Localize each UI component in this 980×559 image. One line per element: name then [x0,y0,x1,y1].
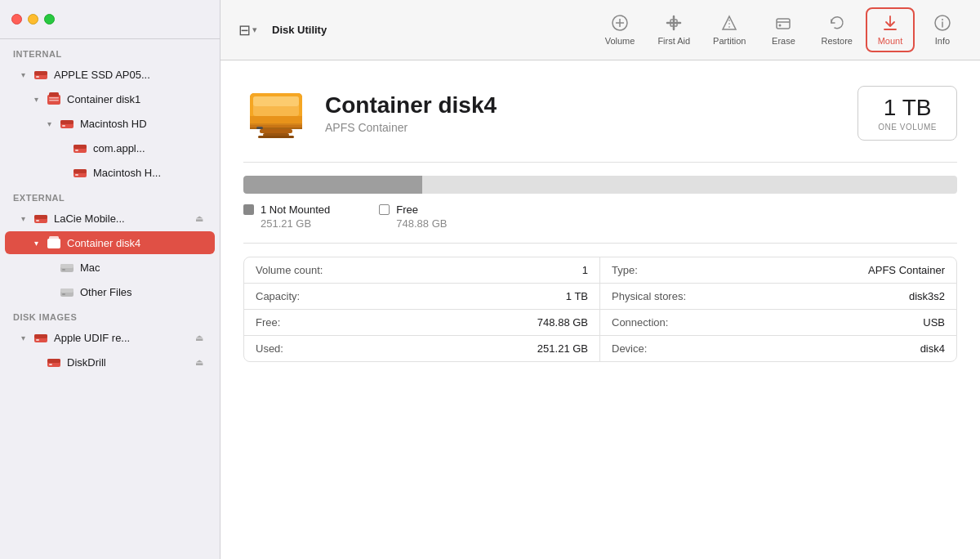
svg-rect-11 [74,145,87,149]
disk-icon [59,259,75,275]
svg-rect-5 [49,97,59,99]
volume-icon [611,14,629,34]
info-icon [933,14,951,34]
info-label: Type: [612,264,638,276]
eject-icon[interactable]: ⏏ [195,357,208,368]
sidebar-item-label: Macintosh HD [80,118,208,130]
info-label: Info [935,36,950,46]
disk-icon [33,66,49,83]
info-value: 748.88 GB [537,316,588,329]
sidebar-item-label: DiskDrill [67,356,195,369]
sidebar-section-external: External [0,185,220,206]
chevron-icon: ▾ [34,239,46,248]
sidebar-item-container-disk4[interactable]: ▾ Container disk4 [5,231,215,254]
chevron-icon: ▾ [21,70,33,79]
svg-rect-6 [49,100,59,101]
info-row: Type: APFS Container [600,257,956,284]
sidebar-item-label: Container disk4 [67,237,208,249]
toolbar: ⊟ ▾ Disk Utility Volume First Aid Partit… [220,0,980,60]
toolbar-btn-restore[interactable]: Restore [811,9,862,51]
minimize-button[interactable] [28,14,38,25]
info-value: 1 TB [566,290,588,302]
main-content: ⊟ ▾ Disk Utility Volume First Aid Partit… [220,0,980,559]
info-value: USB [923,316,945,329]
chevron-icon: ▾ [21,214,33,223]
toolbar-btn-firstaid[interactable]: First Aid [648,9,700,51]
sidebar-item-label: Other Files [80,286,208,298]
info-row: Capacity: 1 TB [244,284,599,310]
info-label: Capacity: [256,290,300,302]
volume-label: Volume [605,36,635,46]
storage-legend: 1 Not Mounted 251.21 GB Free 748.88 GB [243,203,957,230]
sidebar-item-other-files[interactable]: Other Files [5,280,215,303]
info-label: Free: [256,316,280,329]
svg-rect-41 [777,19,790,29]
sidebar-item-mac[interactable]: Mac [5,256,215,279]
sidebar-item-com-appl[interactable]: com.appl... [5,136,215,159]
svg-rect-56 [250,127,302,129]
sidebar-item-label: LaCie Mobile... [54,212,195,225]
disk-subtitle: APFS Container [325,121,858,134]
toolbar-btn-mount[interactable]: Mount [866,7,915,52]
storage-bar [243,176,957,194]
toolbar-btn-partition[interactable]: Partition [703,9,755,51]
svg-rect-33 [47,359,60,363]
sidebar-item-apple-udif[interactable]: ▾ Apple UDIF re...⏏ [5,326,215,349]
svg-rect-20 [49,236,59,240]
sidebar-icon: ⊟ [238,21,251,39]
info-row: Physical stores: disk3s2 [600,284,956,310]
partition-icon [720,14,738,34]
info-label: Connection: [612,316,668,329]
toolbar-actions: Volume First Aid Partition Erase Restore… [595,7,967,52]
info-row: Volume count: 1 [244,257,599,284]
sidebar-item-label: com.appl... [93,142,208,154]
svg-rect-24 [60,264,74,268]
toolbar-left: ⊟ ▾ Disk Utility [234,18,327,42]
legend-used-size: 251.21 GB [243,217,330,230]
partition-label: Partition [713,36,746,46]
container-icon [46,235,62,251]
divider-1 [243,162,957,163]
info-col-left: Volume count: 1Capacity: 1 TBFree: 748.8… [244,257,600,361]
sidebar-item-diskdrill[interactable]: DiskDrill⏏ [5,351,215,373]
info-value: disk3s2 [909,290,945,302]
toolbar-btn-volume[interactable]: Volume [595,9,645,51]
info-col-right: Type: APFS ContainerPhysical stores: dis… [600,257,956,361]
toolbar-btn-info[interactable]: Info [918,9,967,51]
legend-free-label: Free [396,203,418,216]
svg-rect-30 [34,334,47,338]
disk-icon-large [243,80,309,145]
disk-header: Container disk4 APFS Container 1 TB ONE … [243,80,957,145]
svg-rect-27 [60,288,74,293]
chevron-icon: ▾ [21,333,33,342]
info-value: disk4 [920,342,945,355]
sidebar-section-internal: Internal [0,41,220,62]
zoom-button[interactable] [44,14,55,25]
mount-icon [881,14,899,34]
info-row: Free: 748.88 GB [244,310,599,336]
toolbar-btn-erase[interactable]: Erase [759,9,808,51]
restore-label: Restore [821,36,853,46]
sidebar-item-container-disk1[interactable]: ▾ Container disk1 [5,87,215,110]
sidebar-item-macintosh-hd[interactable]: ▾ Macintosh HD [5,112,215,135]
divider-2 [243,243,957,244]
storage-bar-container: 1 Not Mounted 251.21 GB Free 748.88 GB [243,176,957,230]
disk-icon [46,354,62,370]
close-button[interactable] [11,14,22,25]
sidebar-item-macintosh-h[interactable]: Macintosh H... [5,161,215,184]
eject-icon[interactable]: ⏏ [195,333,208,343]
svg-rect-14 [74,169,87,173]
sidebar-item-apple-ssd[interactable]: ▾ APPLE SSD AP05... [5,63,215,86]
sidebar-item-label: APPLE SSD AP05... [54,69,208,81]
sidebar-item-lacie-mobile[interactable]: ▾ LaCie Mobile...⏏ [5,207,215,230]
title-bar [0,0,220,39]
eject-icon[interactable]: ⏏ [195,213,208,224]
info-row: Device: disk4 [600,336,956,361]
disk-name: Container disk4 [325,92,858,119]
disk-icon [59,284,75,300]
svg-rect-57 [260,129,292,133]
view-button[interactable]: ⊟ ▾ [234,18,262,42]
app-title: Disk Utility [272,24,327,36]
svg-rect-31 [36,339,39,341]
info-value: APFS Container [868,264,945,276]
